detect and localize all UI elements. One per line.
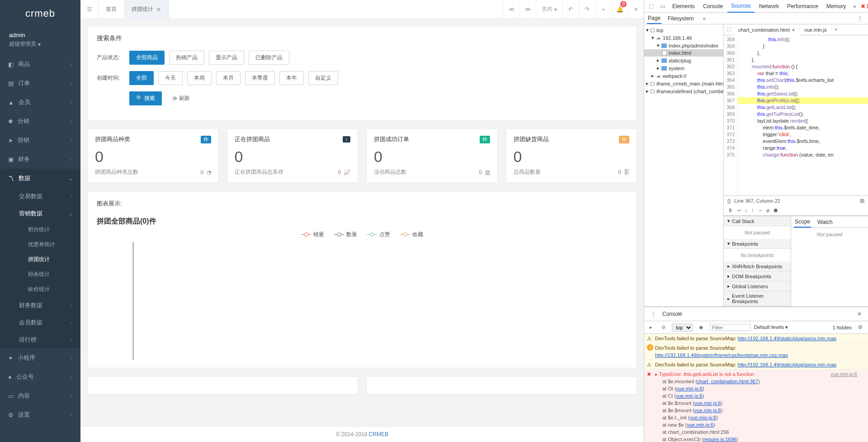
step-over-icon[interactable]: ⤻ — [736, 207, 741, 214]
refresh-button[interactable]: ⟳刷新 — [166, 91, 196, 105]
sub-bargain-stats[interactable]: 砍价统计 — [0, 282, 80, 297]
dt-tab-memory[interactable]: Memory — [823, 0, 849, 12]
sub-marketing-data[interactable]: 营销数据⌄ — [0, 205, 80, 222]
status-show[interactable]: 显示产品 — [209, 51, 244, 65]
menu-toggle[interactable]: ☰ — [80, 0, 99, 19]
time-all[interactable]: 全部 — [129, 71, 154, 85]
coverage-icon[interactable]: ▥ — [860, 198, 864, 204]
sub-member-data[interactable]: 会员数据‹ — [0, 314, 80, 331]
clear-icon[interactable]: ⊘ — [659, 323, 668, 332]
sidebar-icon[interactable]: ▸ — [647, 323, 655, 332]
watch-tab[interactable]: Watch — [816, 217, 834, 227]
add[interactable]: ＋ — [595, 0, 611, 19]
error-location[interactable]: vue.min.js:6 — [830, 371, 857, 442]
time-custom[interactable]: 自定义 — [308, 71, 338, 85]
tree-iframe2[interactable]: ▸ ▢ iframeundefined (chart_combinat — [644, 87, 723, 95]
pause-icon[interactable]: ⏸ — [727, 207, 733, 214]
legend-sales[interactable]: 销量 — [301, 231, 324, 238]
device-icon[interactable]: ▭ — [657, 1, 668, 11]
status-deleted[interactable]: 已删除产品 — [249, 51, 289, 65]
time-week[interactable]: 本周 — [187, 71, 212, 85]
nav-finance[interactable]: ▣财务‹ — [0, 150, 80, 169]
pause-exc-icon[interactable]: ⏺ — [773, 207, 778, 214]
nav-member[interactable]: ▲会员‹ — [0, 93, 80, 112]
notifications[interactable]: 🔔0 — [611, 0, 627, 19]
time-month[interactable]: 本月 — [216, 71, 241, 85]
nav-icon[interactable]: ⬚ — [724, 24, 734, 35]
tree-top[interactable]: ▾ ▢ top — [644, 26, 723, 34]
more[interactable]: ≡ — [627, 0, 644, 19]
tree-iframe1[interactable]: ▸ ▢ iframe_crmeb_main (main.html) — [644, 80, 723, 87]
search-button[interactable]: 🔍 搜索 — [129, 91, 162, 105]
live-icon[interactable]: ◉ — [696, 323, 706, 332]
sect-breakpoints[interactable]: ▾ Breakpoints — [724, 239, 791, 249]
step-icon[interactable]: → — [757, 207, 763, 214]
tabs-next[interactable]: ≫ — [519, 0, 536, 19]
more-icon[interactable]: » — [832, 24, 840, 35]
time-year[interactable]: 本年 — [279, 71, 304, 85]
nav-miniapp[interactable]: ✦小程序‹ — [0, 348, 80, 367]
filetab-chart[interactable]: chart_combination.html× — [734, 24, 800, 35]
tabs-prev[interactable]: ≪ — [503, 0, 519, 19]
error-count[interactable]: ✖1 — [861, 3, 868, 10]
status-all[interactable]: 全部商品 — [129, 51, 165, 65]
gear-icon[interactable]: ⚙ — [855, 323, 865, 332]
more-icon[interactable]: » — [700, 14, 708, 24]
time-quarter[interactable]: 本季度 — [245, 71, 275, 85]
kebab-icon[interactable]: ⋮ — [854, 14, 865, 24]
step-out-icon[interactable]: ↑ — [751, 207, 754, 214]
undo[interactable]: ↶ — [562, 0, 579, 19]
nav-order[interactable]: ▤订单‹ — [0, 74, 80, 93]
user-role-dropdown[interactable]: 超级管理员▾ — [9, 40, 41, 48]
time-today[interactable]: 今天 — [158, 71, 183, 85]
tree-host[interactable]: ▾ 192.168.1.49 — [644, 34, 723, 42]
sourcemap-link[interactable]: http://192.168.1.49/static/plug/axios.mi… — [738, 336, 836, 341]
dt-tab-console[interactable]: Console — [699, 0, 726, 12]
close-menu[interactable]: 关闭▾ — [536, 0, 562, 19]
sub-trade-data[interactable]: 交易数据‹ — [0, 188, 80, 205]
sub-coupon-stats[interactable]: 优惠券统计 — [0, 237, 80, 252]
tree-index[interactable]: ▾ index.php/admin/index — [644, 42, 723, 49]
filetab-vue[interactable]: vue.min.js — [800, 24, 832, 35]
tab-group-stats[interactable]: 拼团统计✕ — [124, 0, 169, 19]
levels-select[interactable]: Default levels ▾ — [754, 324, 788, 330]
console-body[interactable]: ⚠DevTools failed to parse SourceMap: htt… — [644, 334, 868, 442]
legend-like[interactable]: 点赞 — [367, 231, 390, 238]
subtab-filesystem[interactable]: Filesystem — [667, 14, 694, 24]
nav-data[interactable]: 〽数据⌄ — [0, 169, 80, 188]
nav-dist[interactable]: ✱分销‹ — [0, 112, 80, 131]
tab-home[interactable]: 首页 — [99, 0, 124, 19]
subtab-page[interactable]: Page — [647, 13, 661, 24]
context-select[interactable]: top — [672, 323, 693, 332]
deactivate-bp-icon[interactable]: ⌀ — [766, 207, 769, 214]
legend-fav[interactable]: 收藏 — [400, 231, 423, 238]
footer-link[interactable]: CRMEB — [369, 431, 388, 437]
tree-index-html[interactable]: index.html — [644, 49, 723, 57]
sect-xhr-bp[interactable]: ▸ XHR/fetch Breakpoints — [724, 261, 791, 271]
sourcemap-link[interactable]: http://192.168.1.49/static/plug/axios.mi… — [738, 362, 836, 367]
sourcemap-link[interactable]: http://192.168.1.49/system/frame/css/boo… — [655, 352, 788, 358]
close-icon[interactable]: ✕ — [854, 309, 864, 319]
dt-tab-elements[interactable]: Elements — [669, 0, 698, 12]
close-icon[interactable]: × — [792, 27, 795, 33]
sect-global[interactable]: ▸ Global Listeners — [724, 281, 791, 291]
more-tabs-icon[interactable]: » — [850, 1, 859, 11]
redo[interactable]: ↷ — [579, 0, 595, 19]
kebab-icon[interactable]: ⋮ — [648, 309, 659, 319]
sub-rank[interactable]: 排行榜‹ — [0, 331, 80, 348]
inspect-icon[interactable]: ⬚ — [646, 1, 656, 11]
format-icon[interactable]: {} — [727, 198, 731, 204]
nav-market[interactable]: ➤营销‹ — [0, 131, 80, 150]
legend-qty[interactable]: 数量 — [334, 231, 357, 238]
tree-webpack[interactable]: ▸ webpack:// — [644, 72, 723, 80]
sect-event-bp[interactable]: ▸ Event Listener Breakpoints — [724, 291, 791, 306]
dt-tab-perf[interactable]: Performance — [783, 0, 822, 12]
nav-wechat[interactable]: ●公众号‹ — [0, 367, 80, 386]
nav-goods[interactable]: ◧商品‹ — [0, 55, 80, 74]
sub-points-stats[interactable]: 积分统计 — [0, 222, 80, 237]
dt-tab-sources[interactable]: Sources — [727, 0, 755, 13]
nav-content[interactable]: ▭内容‹ — [0, 386, 80, 405]
close-icon[interactable]: ✕ — [156, 6, 161, 13]
sect-dom-bp[interactable]: ▸ DOM Breakpoints — [724, 271, 791, 281]
sub-seckill-stats[interactable]: 秒杀统计 — [0, 267, 80, 282]
